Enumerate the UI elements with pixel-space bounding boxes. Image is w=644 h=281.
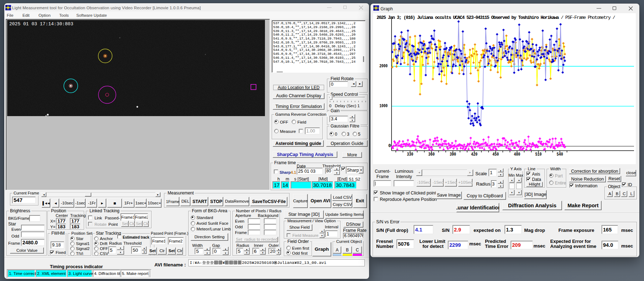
svg-text:450: 450 [492, 152, 499, 157]
svg-text:390: 390 [450, 152, 456, 157]
svg-text:2000: 2000 [379, 64, 388, 69]
svg-text:1000: 1000 [379, 104, 388, 109]
svg-text:420: 420 [471, 152, 477, 157]
svg-text:360: 360 [428, 152, 435, 157]
svg-text:510: 510 [535, 152, 542, 157]
svg-text:330: 330 [407, 152, 413, 157]
svg-text:480: 480 [514, 152, 520, 157]
svg-text:540: 540 [557, 152, 563, 157]
svg-text:0: 0 [388, 144, 391, 149]
